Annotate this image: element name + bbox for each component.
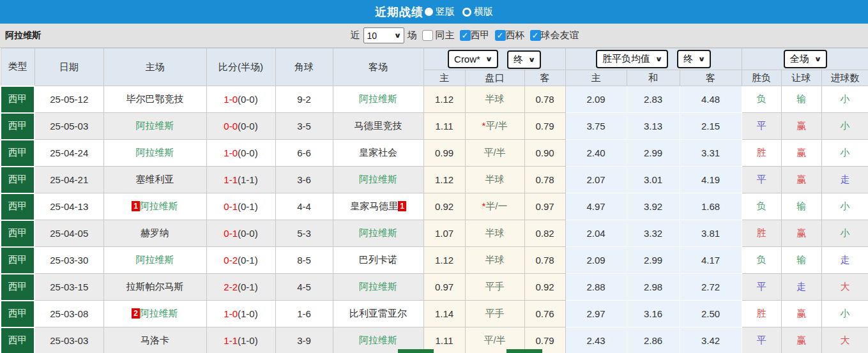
corner-score: 4-4 xyxy=(275,193,333,220)
team-label: 阿拉维斯 xyxy=(359,334,397,345)
chevron-down-icon: ∨ xyxy=(485,55,493,63)
match-count-select[interactable]: 10 ∨ xyxy=(363,27,404,43)
odds-handicap: *半/一 xyxy=(465,193,524,220)
halftime-score: (0-1) xyxy=(238,255,258,266)
radio-horizontal-label[interactable]: 横版 xyxy=(474,6,493,18)
league-cup-checkbox[interactable]: ✓ xyxy=(495,30,506,41)
odds-handicap: 平手 xyxy=(465,274,524,301)
result-wdl: 胜 xyxy=(742,140,781,167)
team-label: 比利亚雷亚尔 xyxy=(349,308,407,319)
home-team: 马洛卡 xyxy=(103,327,206,353)
avg-home: 2.88 xyxy=(565,274,627,301)
sub-header-avg-home: 主 xyxy=(565,70,627,86)
odds-home: 1.07 xyxy=(423,220,465,247)
match-type: 西甲 xyxy=(1,274,34,301)
sub-header-avg-draw: 和 xyxy=(627,70,680,86)
match-type: 西甲 xyxy=(1,301,34,327)
avg-away: 4.48 xyxy=(680,86,742,113)
result-handicap: 赢 xyxy=(781,327,821,353)
result-wdl: 负 xyxy=(742,86,781,113)
score: 1-1(1-1) xyxy=(206,167,275,193)
result-goals: 大 xyxy=(821,327,868,353)
away-team: 阿拉维斯 xyxy=(333,167,423,193)
chevron-down-icon: ∨ xyxy=(655,55,663,63)
odds-home: 1.12 xyxy=(423,86,465,113)
radio-horizontal-icon[interactable] xyxy=(462,8,471,17)
league-liga-checkbox[interactable]: ✓ xyxy=(460,30,471,41)
col-header-type: 类型 xyxy=(1,49,34,86)
header-row-groups: 类型 日期 主场 比分(半场) 角球 客场 Crow* ∨ 终 ∨ xyxy=(1,49,868,70)
avg-away: 2.50 xyxy=(680,301,742,327)
team-label: 阿拉维斯 xyxy=(359,174,397,184)
radio-vertical-selected-icon[interactable] xyxy=(425,8,433,16)
halftime-score: (0-0) xyxy=(238,147,258,158)
match-date: 25-03-08 xyxy=(34,301,103,327)
sub-header-odds-home: 主 xyxy=(423,70,465,86)
odds-handicap: 半球 xyxy=(465,220,524,247)
scope-select[interactable]: 全场 ∨ xyxy=(784,50,827,68)
red-card-badge: 2 xyxy=(132,308,140,319)
radio-vertical-label[interactable]: 竖版 xyxy=(436,6,455,18)
odds-group-header: Crow* ∨ 终 ∨ xyxy=(423,49,565,70)
avg-draw: 3.01 xyxy=(627,167,680,193)
corner-score: 3-5 xyxy=(275,113,333,140)
avg-home: 3.75 xyxy=(565,113,627,140)
score: 0-2(0-1) xyxy=(206,247,275,274)
league-friendly-checkbox[interactable]: ✓ xyxy=(530,30,541,41)
match-type: 西甲 xyxy=(1,327,34,353)
odds-home: 1.14 xyxy=(423,301,465,327)
chevron-down-icon: ∨ xyxy=(528,56,536,64)
team-label: 阿拉维斯 xyxy=(359,227,397,238)
table-row: 西甲25-05-03阿拉维斯0-0(0-0)3-5马德里竞技1.11*平/半0.… xyxy=(1,113,868,140)
match-date: 25-04-24 xyxy=(34,140,103,167)
result-handicap: 赢 xyxy=(781,167,821,193)
away-team: 巴列卡诺 xyxy=(333,247,423,274)
avg-draw: 2.98 xyxy=(627,274,680,301)
avg-away: 3.81 xyxy=(680,220,742,247)
team-label: 塞维利亚 xyxy=(136,174,174,184)
odds-time-select[interactable]: 终 ∨ xyxy=(507,50,541,69)
team-label: 阿拉维斯 xyxy=(140,200,178,211)
result-handicap: 赢 xyxy=(781,220,821,247)
team-label: 马德里竞技 xyxy=(354,120,402,131)
page-title: 近期战绩 xyxy=(375,4,423,20)
sub-header-odds-handicap: 盘口 xyxy=(465,70,524,86)
away-team: 皇家马德里1 xyxy=(333,193,423,220)
result-wdl: 负 xyxy=(742,193,781,220)
same-home-checkbox[interactable] xyxy=(422,30,433,41)
fulltime-score: 1-1 xyxy=(224,174,238,185)
team-label: 毕尔巴鄂竞技 xyxy=(126,93,184,104)
table-row: 西甲25-04-24阿拉维斯1-0(0-0)6-6皇家社会0.99平/半0.90… xyxy=(1,140,868,167)
corner-score: 1-6 xyxy=(275,301,333,327)
league-cup-label: 西杯 xyxy=(506,29,525,41)
fulltime-score: 1-0 xyxy=(224,308,238,319)
score: 0-0(0-0) xyxy=(206,113,275,140)
away-team: 皇家社会 xyxy=(333,140,423,167)
recent-results-panel: 近期战绩 竖版 横版 阿拉维斯 近 10 ∨ 场 同主 ✓ 西甲 ✓ 西杯 ✓ … xyxy=(0,0,868,353)
table-row: 西甲25-04-21塞维利亚1-1(1-1)3-6阿拉维斯1.12半球0.782… xyxy=(1,167,868,193)
fulltime-score: 1-0 xyxy=(224,147,238,158)
avg-away: 3.31 xyxy=(680,140,742,167)
filter-bar: 阿拉维斯 近 10 ∨ 场 同主 ✓ 西甲 ✓ 西杯 ✓ 球会友谊 xyxy=(0,24,868,48)
home-team: 2阿拉维斯 xyxy=(103,301,206,327)
avg-time-select[interactable]: 终 ∨ xyxy=(677,50,711,68)
avg-type-select[interactable]: 胜平负均值 ∨ xyxy=(596,50,668,68)
odds-away: 0.79 xyxy=(524,113,565,140)
home-team: 阿拉维斯 xyxy=(103,140,206,167)
home-team: 阿拉维斯 xyxy=(103,113,206,140)
asterisk-icon: * xyxy=(482,120,485,131)
team-label: 皇家马德里 xyxy=(350,200,398,211)
team-label: 巴列卡诺 xyxy=(359,254,397,265)
avg-away: 4.17 xyxy=(680,247,742,274)
away-team: 马德里竞技 xyxy=(333,113,423,140)
odds-away: 0.82 xyxy=(524,220,565,247)
title-bar: 近期战绩 竖版 横版 xyxy=(0,0,868,24)
team-label: 阿拉维斯 xyxy=(136,254,174,265)
home-team: 拉斯帕尔马斯 xyxy=(103,274,206,301)
fulltime-score: 1-0 xyxy=(224,94,238,105)
col-header-corner: 角球 xyxy=(275,49,333,86)
home-team: 赫罗纳 xyxy=(103,220,206,247)
match-type: 西甲 xyxy=(1,167,34,193)
odds-company-select[interactable]: Crow* ∨ xyxy=(448,50,498,68)
odds-handicap: *平/半 xyxy=(465,113,524,140)
